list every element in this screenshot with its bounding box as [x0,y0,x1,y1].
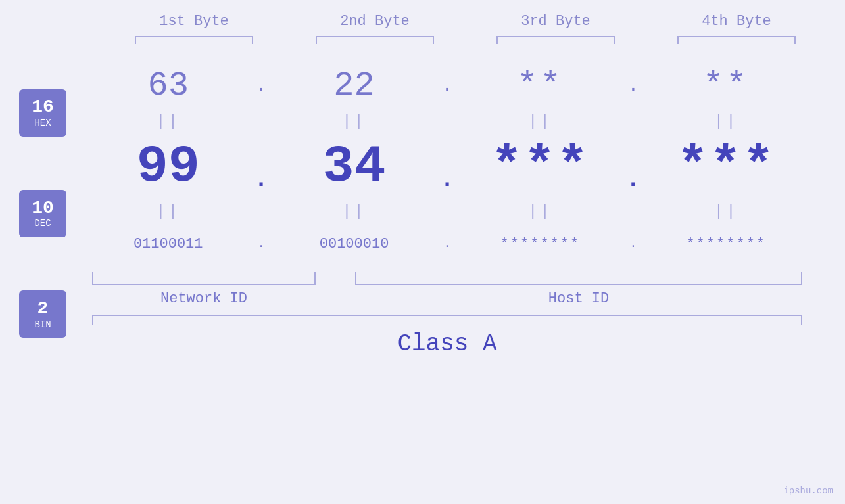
dec-b1-cell: 99 [96,137,241,196]
hex-dot2: . [442,76,453,96]
hex-b4-value: ** [703,66,749,105]
dec-dot3-cell: . [620,166,646,202]
dec-dot3: . [626,166,640,193]
dec-badge-label: DEC [34,218,51,229]
dec-dot2-cell: . [434,166,460,202]
hex-dot1-cell: . [248,76,274,96]
hex-badge-label: HEX [34,118,51,128]
bracket-byte2 [316,36,434,44]
hex-b3-cell: ** [468,66,612,105]
equals-dot2 [434,116,460,126]
bin-row: 01100011 . 00100010 . ******** . [85,221,809,267]
class-label: Class A [92,331,802,357]
bin-badge-num: 2 [37,299,49,319]
hex-badge: 16 HEX [19,89,66,137]
dec-b4-cell: *** [654,137,798,196]
dec-b1-value: 99 [137,137,200,196]
class-section: Class A [85,315,809,357]
bin-b2-value: 00100010 [320,236,389,252]
hex-b1-value: 63 [147,66,188,105]
equals2-b4: || [654,206,798,217]
equals2-dot2 [434,206,460,217]
id-labels-row: Network ID Host ID [85,290,809,307]
dec-dot1: . [254,166,268,193]
bin-b4-value: ******** [686,236,766,252]
hex-b1-cell: 63 [96,66,241,105]
hex-b3-value: ** [517,66,563,105]
dec-b2-cell: 34 [282,137,427,196]
hex-b4-cell: ** [654,66,798,105]
id-brackets-row [85,272,809,285]
dec-b2-value: 34 [323,137,386,196]
host-id-label: Host ID [355,290,802,307]
hex-row: 63 . 22 . ** . ** [85,59,809,112]
header-brackets [104,36,827,44]
bin-badge-label: BIN [34,319,51,330]
hex-badge-num: 16 [32,97,54,118]
bin-b4-cell: ******** [654,236,798,252]
bracket-byte1 [135,36,253,44]
dec-b3-value: *** [491,137,589,196]
host-id-bracket [355,272,802,285]
byte-headers-row: 1st Byte 2nd Byte 3rd Byte 4th Byte [104,13,827,30]
bin-b1-cell: 01100011 [96,236,241,252]
equals2-b1: || [96,206,241,217]
watermark: ipshu.com [783,486,833,496]
bin-dot3-cell: . [620,237,646,250]
equals-dot3 [620,116,646,126]
values-grid: 63 . 22 . ** . ** [85,56,809,357]
hex-b2-cell: 22 [282,66,427,105]
bin-dot3: . [629,237,637,250]
hex-dot3-cell: . [620,76,646,96]
main-container: 1st Byte 2nd Byte 3rd Byte 4th Byte 16 H… [0,0,845,504]
bin-dot1-cell: . [248,237,274,250]
badges-column: 16 HEX 10 DEC 2 BIN [0,62,85,365]
dec-dot2: . [440,166,454,193]
byte3-header: 3rd Byte [483,13,628,30]
equals2-b2: || [282,206,427,217]
dec-dot1-cell: . [248,166,274,202]
byte2-header: 2nd Byte [302,13,447,30]
bracket-byte4 [677,36,796,44]
hex-dot2-cell: . [434,76,460,96]
hex-b2-value: 22 [333,66,374,105]
dec-badge-num: 10 [32,198,54,219]
equals2-dot3 [620,206,646,217]
main-area: 16 HEX 10 DEC 2 BIN 63 . [0,56,845,365]
equals2-dot1 [248,206,274,217]
equals2-b3: || [468,206,612,217]
equals-b3: || [468,116,612,126]
hex-dot3: . [627,76,639,96]
bin-b3-cell: ******** [468,236,612,252]
byte4-header: 4th Byte [664,13,809,30]
dec-b4-value: *** [677,137,775,196]
dec-row: 99 . 34 . *** . *** [85,130,809,202]
bin-dot2: . [444,237,451,250]
bin-b2-cell: 00100010 [282,236,427,252]
hex-dot1: . [256,76,267,96]
equals-dot1 [248,116,274,126]
network-id-label: Network ID [92,290,316,307]
dec-badge: 10 DEC [19,190,66,237]
equals-row-1: || || || || [85,112,809,130]
equals-b4: || [654,116,798,126]
bin-b3-value: ******** [500,236,581,252]
equals-row-2: || || || || [85,202,809,221]
dec-b3-cell: *** [468,137,612,196]
bracket-byte3 [496,36,615,44]
equals-b1: || [96,116,241,126]
byte1-header: 1st Byte [122,13,266,30]
bin-dot2-cell: . [434,237,460,250]
bin-b1-value: 01100011 [133,236,203,252]
bin-dot1: . [258,237,265,250]
equals-b2: || [282,116,427,126]
bin-badge: 2 BIN [19,290,66,338]
class-bracket [92,315,802,325]
network-id-bracket [92,272,316,285]
